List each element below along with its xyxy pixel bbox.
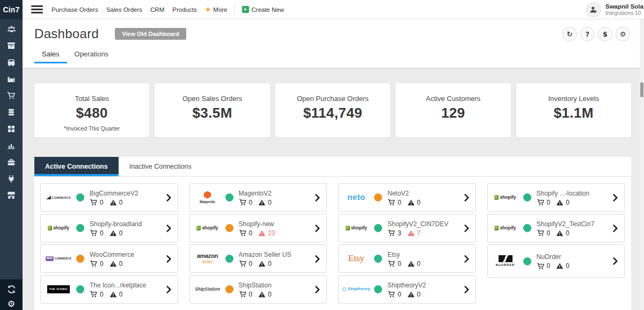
tab-operations[interactable]: Operations [67, 47, 116, 63]
sidebar-item-integrations[interactable] [0, 171, 23, 187]
star-icon: ★ [205, 6, 211, 13]
billing-button[interactable]: $ [598, 27, 612, 41]
connection-card[interactable]: Magento MagentoV2 0 0 [189, 183, 327, 212]
refresh-button[interactable]: ↻ [562, 27, 577, 41]
connection-card[interactable]: WOO COMMERCE WooCommerce 0 0 [40, 244, 178, 273]
sidebar-item-jobs[interactable] [0, 154, 23, 170]
question-icon: ? [586, 30, 590, 38]
sidebar-item-products[interactable] [0, 38, 23, 54]
cart-count: 0 [547, 199, 551, 206]
help-button[interactable]: ? [580, 27, 595, 41]
nav-crm[interactable]: CRM [150, 6, 164, 13]
sidebar: Cin7 ⚙ [0, 0, 23, 310]
sidebar-item-shipping[interactable] [0, 54, 23, 70]
avatar[interactable] [586, 2, 601, 17]
kpi-label: Total Sales [75, 95, 109, 103]
connection-card[interactable]: shopify Shopify-new 0 23 [189, 214, 327, 242]
connection-card[interactable]: NuORDER NuOrder 0 0 [487, 244, 625, 278]
chevron-right-icon [166, 225, 171, 232]
chevron-right-icon [315, 225, 320, 232]
cart-count: 0 [100, 199, 104, 206]
sidebar-item-stock[interactable] [0, 121, 23, 137]
sidebar-item-settings[interactable]: ⚙ [8, 298, 15, 310]
status-dot [225, 193, 233, 201]
scrollbar[interactable] [640, 19, 644, 310]
alert-count: 0 [566, 199, 569, 206]
alert-count: 0 [119, 260, 123, 268]
app-logo[interactable]: Cin7 [0, 0, 23, 19]
dollar-icon: $ [603, 30, 608, 38]
alert-count: 0 [566, 262, 569, 270]
nav-products[interactable]: Products [172, 6, 196, 13]
chevron-right-icon [464, 286, 469, 293]
connection-card[interactable]: shopify Shopify ...-location 0 0 [487, 183, 625, 212]
connection-card[interactable]: Etsy Etsy 0 0 [338, 244, 476, 273]
gear-icon: ⚙ [620, 30, 626, 38]
sidebar-item-sync[interactable] [7, 283, 16, 295]
menu-icon[interactable] [31, 5, 43, 13]
scrollbar-thumb[interactable] [640, 82, 643, 97]
sidebar-item-production[interactable] [0, 71, 23, 87]
person-icon [589, 5, 598, 14]
warning-icon [556, 230, 564, 236]
warning-icon [407, 261, 415, 267]
dashboard-tabs: Sales Operations [23, 47, 644, 63]
sidebar-item-reports[interactable] [0, 138, 23, 154]
alert-count: 0 [119, 291, 123, 298]
cart-icon [239, 291, 247, 298]
status-dot [76, 224, 84, 232]
boxes-icon [7, 125, 16, 133]
chevron-right-icon [464, 255, 469, 263]
tab-inactive-connections[interactable]: Inactive Connections [119, 157, 202, 176]
sidebar-item-store[interactable] [0, 188, 23, 204]
alert-count: 0 [268, 199, 272, 206]
status-dot [76, 285, 84, 293]
status-dot [225, 224, 233, 232]
alert-count: 0 [566, 229, 569, 237]
truck-icon [7, 58, 16, 67]
kpi-value: $114,749 [303, 105, 362, 121]
tab-active-connections[interactable]: Active Connections [34, 157, 119, 176]
brand-logo: WOO COMMERCE [43, 256, 74, 262]
cart-count: 3 [398, 229, 401, 237]
connections-grid: COMMERCE BigCommerceV2 0 0 Magento [34, 177, 631, 308]
user-menu[interactable]: Swapnil Solank Integrations 10 [586, 0, 644, 19]
user-text: Swapnil Solank Integrations 10 [605, 3, 644, 16]
cart-icon [387, 199, 396, 206]
connection-name: ShopifyV2_CIN7DEV [387, 220, 461, 228]
cart-icon [537, 229, 545, 236]
nav-purchase-orders[interactable]: Purchase Orders [52, 6, 98, 13]
status-dot [76, 193, 84, 201]
brand-logo: THE ICONIC [43, 285, 74, 294]
kpi-label: Open Purchase Orders [297, 95, 369, 103]
create-new-button[interactable]: + Create New [242, 6, 284, 13]
cart-count: 0 [398, 291, 401, 298]
tab-sales[interactable]: Sales [34, 47, 67, 63]
view-old-dashboard-button[interactable]: View Old Dashboard [115, 28, 186, 40]
sidebar-item-accounting[interactable] [0, 104, 23, 120]
connection-card[interactable]: shopify Shopify-broadland 0 0 [40, 214, 178, 242]
connection-card[interactable]: THE ICONIC The Icon...rketplace 0 0 [40, 275, 178, 304]
nav-sales-orders[interactable]: Sales Orders [106, 6, 142, 13]
more-menu[interactable]: ★ More [205, 6, 228, 13]
settings-button[interactable]: ⚙ [616, 27, 630, 41]
brand-logo: shopify [341, 226, 372, 230]
briefcase-icon [7, 158, 16, 167]
sidebar-item-contacts[interactable] [0, 21, 23, 37]
page-header: Dashboard View Old Dashboard ↻ ? $ ⚙ Sal… [23, 19, 644, 68]
kpi-inventory-levels: Inventory Levels $1.1M [516, 83, 631, 138]
connection-card[interactable]: Shiptheory ShiptheoryV2 0 0 [338, 275, 476, 304]
connections-tabs: Active Connections Inactive Connections [34, 157, 631, 177]
cart-count: 0 [249, 229, 253, 237]
warning-icon [258, 230, 266, 236]
connection-card[interactable]: shopify ShopifyV2_TestCin7 0 0 [487, 214, 625, 242]
sidebar-item-sales[interactable] [0, 88, 23, 104]
connection-card[interactable]: COMMERCE BigCommerceV2 0 0 [40, 183, 178, 212]
chevron-right-icon [315, 194, 320, 201]
connection-card[interactable]: neto NetoV2 0 0 [338, 183, 476, 212]
connection-card[interactable]: ShipStation ShipStation 0 0 [189, 275, 327, 304]
connection-card[interactable]: shopify ShopifyV2_CIN7DEV 3 7 [338, 214, 476, 242]
nav-divider [235, 4, 235, 16]
connection-card[interactable]: amazon seller Amazon Seller US 0 0 [189, 244, 327, 273]
connections-panel: Active Connections Inactive Connections … [34, 157, 631, 310]
